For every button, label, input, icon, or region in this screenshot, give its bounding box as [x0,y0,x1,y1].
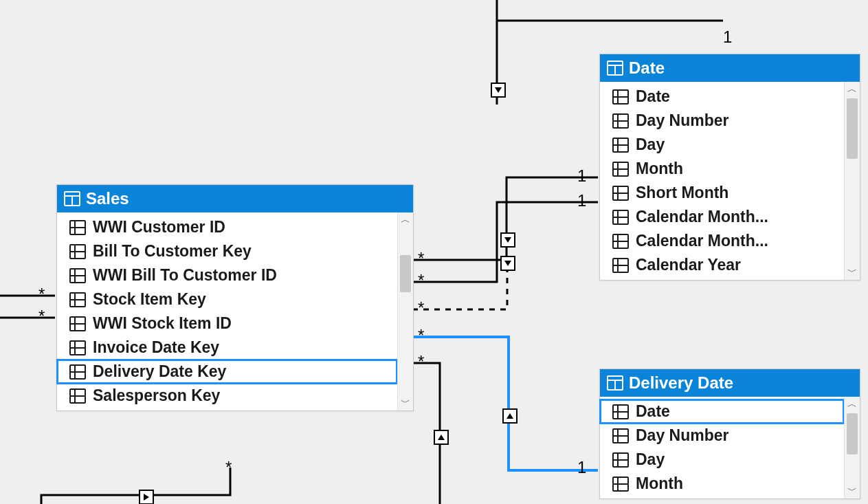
field-label: Calendar Month... [636,232,768,250]
field-label: Short Month [636,184,728,202]
column-icon [69,364,86,380]
field-label: Date [636,87,670,106]
field-delivery-date-key[interactable]: Delivery Date Key [57,360,397,384]
field-date[interactable]: Date [600,85,844,109]
entity-delivery-date-header[interactable]: Delivery Date [600,369,860,397]
field-label: WWI Bill To Customer ID [93,266,277,285]
scroll-up-icon[interactable]: ︿ [398,212,413,228]
column-icon [612,162,629,177]
column-icon [69,244,86,259]
field-day-number[interactable]: Day Number [600,109,844,133]
direction-marker-icon [139,490,154,504]
scroll-down-icon[interactable]: ﹀ [398,395,413,410]
field-bill-to-customer-key[interactable]: Bill To Customer Key [57,239,397,263]
column-icon [612,234,629,249]
column-icon [612,452,629,468]
cardinality-many: * [38,307,45,326]
column-icon [69,268,86,283]
scroll-thumb[interactable] [400,255,411,292]
cardinality-one: 1 [577,166,586,186]
column-icon [69,220,86,235]
field-label: Calendar Month... [636,208,768,226]
cardinality-many: * [418,271,424,290]
field-calendar-month-1[interactable]: Calendar Month... [600,205,844,229]
field-label: Date [636,402,670,421]
field-wwi-customer-id[interactable]: WWI Customer ID [57,215,397,239]
column-icon [69,340,86,355]
entity-delivery-date[interactable]: Delivery Date Date Day Number Day Month … [599,369,860,499]
field-label: Day [636,135,665,154]
entity-date-fields: Date Day Number Day Month Short Month Ca… [600,82,844,280]
entity-sales-title: Sales [86,189,129,208]
field-label: Day Number [636,111,728,130]
direction-marker-icon [491,83,506,98]
column-icon [612,258,629,273]
field-label: Bill To Customer Key [93,242,252,261]
field-short-month[interactable]: Short Month [600,181,844,205]
column-icon [612,404,629,419]
field-label: Calendar Year [636,256,741,274]
scroll-up-icon[interactable]: ︿ [845,397,860,412]
cardinality-one: 1 [723,28,732,47]
scroll-thumb[interactable] [847,98,858,159]
entity-delivery-date-fields: Date Day Number Day Month [600,397,844,498]
field-calendar-year[interactable]: Calendar Year [600,253,844,277]
entity-sales-header[interactable]: Sales [57,185,413,212]
field-day[interactable]: Day [600,448,844,472]
field-label: Salesperson Key [93,386,220,405]
column-icon [612,476,629,492]
field-label: WWI Stock Item ID [93,314,232,333]
column-icon [69,316,86,331]
field-invoice-date-key[interactable]: Invoice Date Key [57,336,397,360]
entity-sales[interactable]: Sales WWI Customer ID Bill To Customer K… [56,184,414,411]
cardinality-many: * [418,352,424,371]
scrollbar[interactable]: ︿ ﹀ [844,397,860,498]
cardinality-many: * [418,249,424,268]
field-label: Day Number [636,426,728,445]
scroll-down-icon[interactable]: ﹀ [845,265,860,280]
column-icon [612,210,629,225]
direction-marker-icon [500,232,515,248]
field-label: Month [636,474,683,493]
cardinality-one: 1 [577,191,586,210]
field-month[interactable]: Month [600,157,844,181]
cardinality-many: * [418,298,424,318]
column-icon [69,292,86,307]
scrollbar[interactable]: ︿ ﹀ [844,82,860,280]
column-icon [612,138,629,153]
column-icon [612,89,629,105]
field-calendar-month-2[interactable]: Calendar Month... [600,229,844,253]
table-icon [607,375,623,391]
column-icon [69,388,86,404]
entity-date[interactable]: Date Date Day Number Day Month Short Mon… [599,54,860,281]
field-salesperson-key[interactable]: Salesperson Key [57,384,397,408]
cardinality-many: * [418,326,424,345]
field-label: Month [636,160,683,178]
entity-delivery-date-title: Delivery Date [629,373,733,393]
field-stock-item-key[interactable]: Stock Item Key [57,287,397,311]
field-date[interactable]: Date [600,399,844,424]
field-day[interactable]: Day [600,133,844,157]
entity-sales-fields: WWI Customer ID Bill To Customer Key WWI… [57,212,397,410]
cardinality-many: * [38,285,45,304]
field-day-number[interactable]: Day Number [600,424,844,448]
scrollbar[interactable]: ︿ ﹀ [397,212,413,410]
scroll-thumb[interactable] [847,413,858,454]
field-month[interactable]: Month [600,472,844,496]
column-icon [612,428,629,443]
scroll-down-icon[interactable]: ﹀ [845,483,860,498]
field-wwi-stock-item-id[interactable]: WWI Stock Item ID [57,311,397,336]
field-wwi-bill-to-customer-id[interactable]: WWI Bill To Customer ID [57,263,397,287]
entity-date-header[interactable]: Date [600,54,860,82]
field-label: Delivery Date Key [93,362,226,381]
scroll-up-icon[interactable]: ︿ [845,82,860,97]
table-icon [64,191,80,206]
field-label: WWI Customer ID [93,218,225,237]
table-icon [607,61,623,76]
field-label: Stock Item Key [93,290,206,309]
direction-marker-icon [500,256,515,271]
field-label: Day [636,450,665,469]
direction-marker-icon [434,430,449,445]
cardinality-many: * [225,458,232,477]
direction-marker-icon [502,408,518,424]
